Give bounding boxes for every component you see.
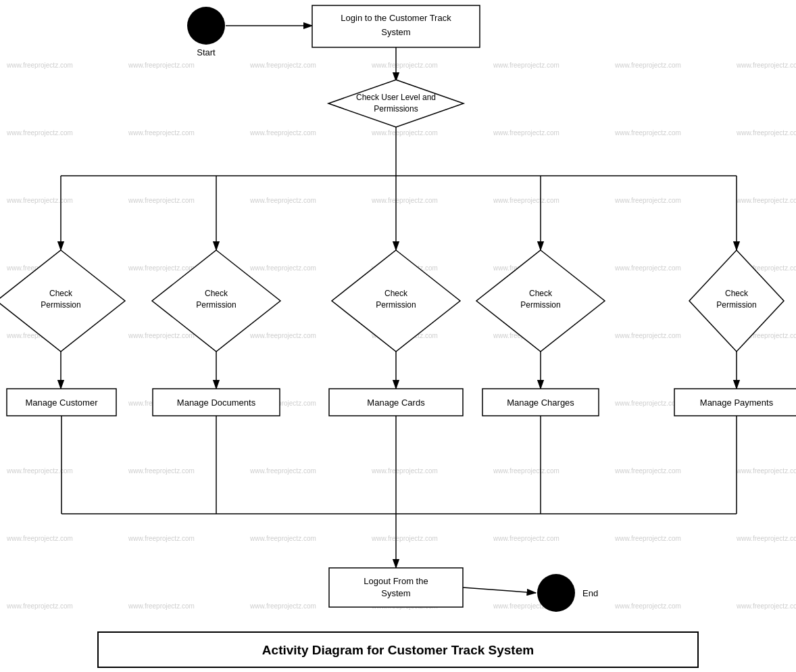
- check-perm2-text1: Check: [205, 289, 228, 298]
- watermark: www.freeprojectz.com: [128, 602, 195, 610]
- watermark: www.freeprojectz.com: [249, 264, 316, 272]
- activity-diagram: www.freeprojectz.com www.freeprojectz.co…: [0, 0, 796, 672]
- logout-text2: System: [381, 588, 410, 598]
- check-permissions-diamond: [328, 80, 464, 127]
- watermark: www.freeprojectz.com: [614, 264, 681, 272]
- watermark: www.freeprojectz.com: [736, 602, 796, 610]
- watermark: www.freeprojectz.com: [249, 332, 316, 339]
- start-circle: [187, 7, 225, 45]
- manage-customer-text: Manage Customer: [26, 398, 99, 408]
- watermark: www.freeprojectz.com: [249, 602, 316, 610]
- watermark: www.freeprojectz.com: [128, 264, 195, 272]
- watermark: www.freeprojectz.com: [614, 535, 681, 542]
- watermark: www.freeprojectz.com: [614, 602, 681, 610]
- check-perm3-text2: Permission: [376, 300, 416, 310]
- logout-text1: Logout From the: [364, 576, 428, 586]
- watermark: www.freeprojectz.com: [736, 535, 796, 542]
- check-perm1-text2: Permission: [41, 300, 80, 310]
- check-perm1-text1: Check: [49, 289, 73, 298]
- logout-box: [329, 568, 463, 607]
- watermark: www.freeprojectz.com: [493, 467, 559, 475]
- watermark: www.freeprojectz.com: [371, 467, 438, 475]
- login-text-line2: System: [381, 27, 410, 37]
- watermark: www.freeprojectz.com: [6, 62, 73, 69]
- watermark: www.freeprojectz.com: [128, 197, 195, 204]
- watermark: www.freeprojectz.com: [128, 332, 195, 339]
- manage-payments-text: Manage Payments: [700, 398, 774, 408]
- watermark: www.freeprojectz.com: [6, 129, 73, 137]
- check-perm5-text2: Permission: [716, 300, 756, 310]
- watermark: www.freeprojectz.com: [493, 535, 559, 542]
- login-box: [312, 5, 480, 47]
- login-text-line1: Login to the Customer Track: [341, 13, 451, 23]
- watermark: www.freeprojectz.com: [736, 129, 796, 137]
- watermark: www.freeprojectz.com: [371, 535, 438, 542]
- watermark: www.freeprojectz.com: [128, 467, 195, 475]
- watermark: www.freeprojectz.com: [493, 129, 559, 137]
- watermark: www.freeprojectz.com: [128, 535, 195, 542]
- diagram-container: www.freeprojectz.com www.freeprojectz.co…: [0, 0, 796, 672]
- watermark: www.freeprojectz.com: [128, 129, 195, 137]
- check-perm2-text2: Permission: [196, 300, 236, 310]
- watermark: www.freeprojectz.com: [614, 129, 681, 137]
- watermark: www.freeprojectz.com: [614, 332, 681, 339]
- watermark: www.freeprojectz.com: [493, 62, 559, 69]
- watermark: www.freeprojectz.com: [614, 467, 681, 475]
- check-perm4-text1: Check: [529, 289, 553, 298]
- watermark: www.freeprojectz.com: [371, 129, 438, 137]
- watermark: www.freeprojectz.com: [614, 400, 681, 407]
- watermark: www.freeprojectz.com: [6, 602, 73, 610]
- check-perm3-text1: Check: [384, 289, 408, 298]
- watermark: www.freeprojectz.com: [614, 62, 681, 69]
- watermark: www.freeprojectz.com: [371, 197, 438, 204]
- watermark: www.freeprojectz.com: [128, 62, 195, 69]
- watermark: www.freeprojectz.com: [249, 197, 316, 204]
- check-perm4-text2: Permission: [520, 300, 560, 310]
- diagram-title: Activity Diagram for Customer Track Syst…: [262, 643, 534, 657]
- end-circle: [537, 574, 575, 612]
- manage-cards-text: Manage Cards: [367, 398, 425, 408]
- start-label: Start: [197, 47, 216, 57]
- check-permissions-text1: Check User Level and: [356, 93, 436, 102]
- watermark: www.freeprojectz.com: [249, 467, 316, 475]
- arrow-logout-end: [463, 587, 536, 593]
- watermark: www.freeprojectz.com: [6, 535, 73, 542]
- watermark: www.freeprojectz.com: [736, 197, 796, 204]
- manage-documents-text: Manage Documents: [177, 398, 256, 408]
- watermark: www.freeprojectz.com: [371, 62, 438, 69]
- watermark: www.freeprojectz.com: [249, 62, 316, 69]
- watermark: www.freeprojectz.com: [249, 129, 316, 137]
- watermark: www.freeprojectz.com: [614, 197, 681, 204]
- check-permissions-text2: Permissions: [374, 104, 418, 114]
- watermark: www.freeprojectz.com: [249, 535, 316, 542]
- end-label: End: [582, 588, 598, 598]
- manage-charges-text: Manage Charges: [507, 398, 574, 408]
- watermark: www.freeprojectz.com: [736, 467, 796, 475]
- watermark: www.freeprojectz.com: [6, 197, 73, 204]
- watermark: www.freeprojectz.com: [493, 197, 559, 204]
- watermark: www.freeprojectz.com: [736, 62, 796, 69]
- check-perm5-text1: Check: [725, 289, 749, 298]
- watermark: www.freeprojectz.com: [6, 467, 73, 475]
